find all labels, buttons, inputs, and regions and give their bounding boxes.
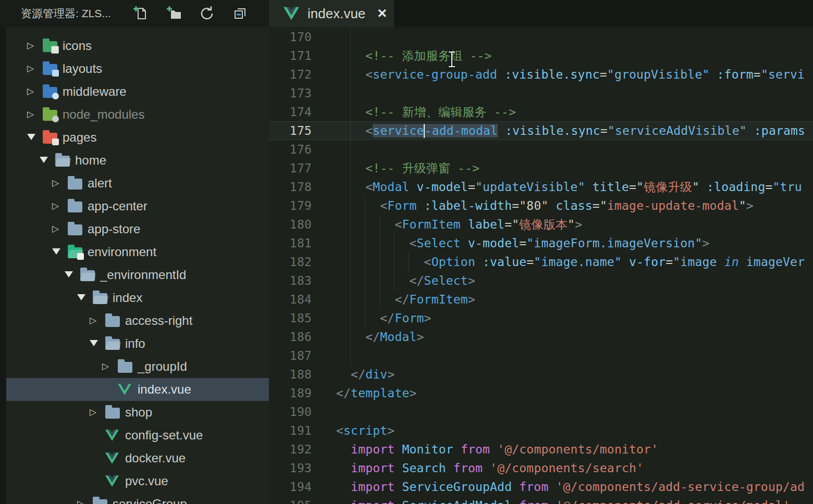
code-line-180[interactable]: 180 <FormItem label="镜像版本"> xyxy=(269,215,813,234)
line-number: 178 xyxy=(269,178,328,196)
chevron-collapsed-icon[interactable]: ▷ xyxy=(27,80,43,103)
chevron-expanded-icon[interactable] xyxy=(77,286,93,309)
code-line-195[interactable]: 195 import ServiceAddModal from '@/compo… xyxy=(269,496,813,504)
code-text: </div> xyxy=(336,368,395,381)
chevron-collapsed-icon[interactable]: ▷ xyxy=(52,172,68,195)
tree-item-node_modules[interactable]: ▷node_modules xyxy=(0,103,269,126)
code-token: from xyxy=(519,480,548,494)
refresh-button[interactable] xyxy=(198,5,216,22)
line-number: 185 xyxy=(269,309,328,327)
tree-item-info[interactable]: info xyxy=(0,332,269,355)
code-token: :value xyxy=(483,255,526,269)
code-line-194[interactable]: 194 import ServiceGroupAdd from '@/compo… xyxy=(269,477,813,496)
chevron-expanded-icon[interactable] xyxy=(90,332,105,355)
chevron-collapsed-icon[interactable]: ▷ xyxy=(90,401,105,424)
tree-item-pvc.vue[interactable]: pvc.vue xyxy=(0,470,269,493)
code-editor[interactable]: 170171 <!-- 添加服务组 -->172 <service-group-… xyxy=(269,27,813,504)
code-text: <service-group-add :visible.sync="groupV… xyxy=(336,68,805,81)
code-token xyxy=(417,199,424,212)
code-token: script xyxy=(343,424,387,437)
code-line-184[interactable]: 184 </FormItem> xyxy=(269,290,813,309)
vscode-window: 资源管理器: ZLS... xyxy=(0,0,813,504)
chevron-collapsed-icon[interactable]: ▷ xyxy=(77,493,93,504)
code-line-181[interactable]: 181 <Select v-model="imageForm.imageVers… xyxy=(269,234,813,253)
tree-item-label: layouts xyxy=(63,61,102,76)
tree-item-index[interactable]: index xyxy=(0,286,269,309)
new-folder-button[interactable] xyxy=(165,5,182,22)
tree-item-home[interactable]: home xyxy=(0,149,269,172)
code-line-193[interactable]: 193 import Search from '@/components/sea… xyxy=(269,459,813,477)
code-token: '@/components/add-service/modal' xyxy=(556,499,791,504)
code-line-178[interactable]: 178 <Modal v-model="updateVisible" title… xyxy=(269,178,813,196)
chevron-expanded-icon[interactable] xyxy=(40,149,55,172)
tree-item-pages[interactable]: pages xyxy=(0,126,269,149)
chevron-collapsed-icon[interactable]: ▷ xyxy=(90,309,105,332)
folder-open-icon xyxy=(80,270,95,281)
code-line-174[interactable]: 174 <!-- 新增、编辑服务 --> xyxy=(269,103,813,121)
code-text: <FormItem label="镜像版本"> xyxy=(336,218,582,231)
code-line-186[interactable]: 186 </Modal> xyxy=(269,327,813,346)
code-line-172[interactable]: 172 <service-group-add :visible.sync="gr… xyxy=(269,65,813,84)
chevron-collapsed-icon[interactable]: ▷ xyxy=(52,195,68,218)
code-line-170[interactable]: 170 xyxy=(269,28,813,46)
new-file-button[interactable] xyxy=(131,5,149,22)
tree-item-_environmentId[interactable]: _environmentId xyxy=(0,263,269,286)
tree-item-layouts[interactable]: ▷layouts xyxy=(0,57,269,80)
code-line-171[interactable]: 171 <!-- 添加服务组 --> xyxy=(269,46,813,65)
code-line-176[interactable]: 176 xyxy=(269,140,813,159)
tree-item-app-store[interactable]: ▷app-store xyxy=(0,218,269,241)
tree-item-_groupId[interactable]: ▷_groupId xyxy=(0,355,269,378)
code-line-179[interactable]: 179 <Form :label-width="80" class="image… xyxy=(269,196,813,215)
code-token: :params xyxy=(754,124,805,137)
code-line-182[interactable]: 182 <Option :value="image.name" v-for="i… xyxy=(269,253,813,271)
code-token: > xyxy=(424,311,432,325)
code-line-192[interactable]: 192 import Monitor from '@/components/mo… xyxy=(269,440,813,459)
code-line-177[interactable]: 177 <!-- 升级弹窗 --> xyxy=(269,159,813,178)
code-token xyxy=(512,480,519,494)
line-number: 180 xyxy=(269,215,328,234)
code-line-188[interactable]: 188 </div> xyxy=(269,365,813,384)
tree-item-environment[interactable]: environment xyxy=(0,241,269,263)
tree-item-docker.vue[interactable]: docker.vue xyxy=(0,447,269,470)
code-token: < xyxy=(365,68,373,81)
code-token: > xyxy=(387,368,395,381)
tree-item-middleware[interactable]: ▷middleware xyxy=(0,80,269,103)
chevron-collapsed-icon[interactable]: ▷ xyxy=(102,355,118,378)
code-line-173[interactable]: 173 xyxy=(269,84,813,103)
code-line-183[interactable]: 183 </Select> xyxy=(269,271,813,290)
code-line-187[interactable]: 187 xyxy=(269,346,813,365)
code-line-190[interactable]: 190 xyxy=(269,402,813,421)
chevron-collapsed-icon[interactable]: ▷ xyxy=(27,103,43,126)
code-line-185[interactable]: 185 </Form> xyxy=(269,309,813,327)
chevron-collapsed-icon[interactable]: ▷ xyxy=(27,57,43,80)
code-line-175[interactable]: 175 <service-add-modal :visible.sync="se… xyxy=(269,121,813,140)
tree-item-access-right[interactable]: ▷access-right xyxy=(0,309,269,332)
tab-close-icon[interactable]: ✕ xyxy=(377,6,387,21)
tab-bar: index.vue ✕ xyxy=(269,0,813,27)
chevron-collapsed-icon[interactable]: ▷ xyxy=(27,34,43,57)
tree-item-config-set.vue[interactable]: config-set.vue xyxy=(0,424,269,447)
chevron-expanded-icon[interactable] xyxy=(65,263,80,286)
chevron-expanded-icon[interactable] xyxy=(52,241,68,263)
code-line-191[interactable]: 191<script> xyxy=(269,421,813,440)
tree-item-shop[interactable]: ▷shop xyxy=(0,401,269,424)
tab-index-vue[interactable]: index.vue ✕ xyxy=(269,0,394,27)
code-line-189[interactable]: 189</template> xyxy=(269,384,813,402)
code-token xyxy=(461,236,468,250)
tree-item-app-center[interactable]: ▷app-center xyxy=(0,195,269,218)
tree-item-index.vue[interactable]: index.vue xyxy=(0,378,269,401)
tree-item-alert[interactable]: ▷alert xyxy=(0,172,269,195)
tree-item-icons[interactable]: ▷icons xyxy=(0,34,269,57)
folder-badge xyxy=(77,253,84,260)
chevron-collapsed-icon[interactable]: ▷ xyxy=(52,218,68,241)
explorer-actions xyxy=(131,0,249,27)
folder-middleware-icon xyxy=(43,87,57,98)
chevron-expanded-icon[interactable] xyxy=(27,126,43,149)
code-token xyxy=(336,461,351,475)
code-token: </ xyxy=(395,293,409,306)
code-token: " xyxy=(692,180,699,194)
tree-item-serviceGroup[interactable]: ▷serviceGroup xyxy=(0,493,269,504)
collapse-folders-button[interactable] xyxy=(231,5,249,22)
code-token: "tru xyxy=(773,180,802,194)
code-token: "image xyxy=(673,255,724,269)
